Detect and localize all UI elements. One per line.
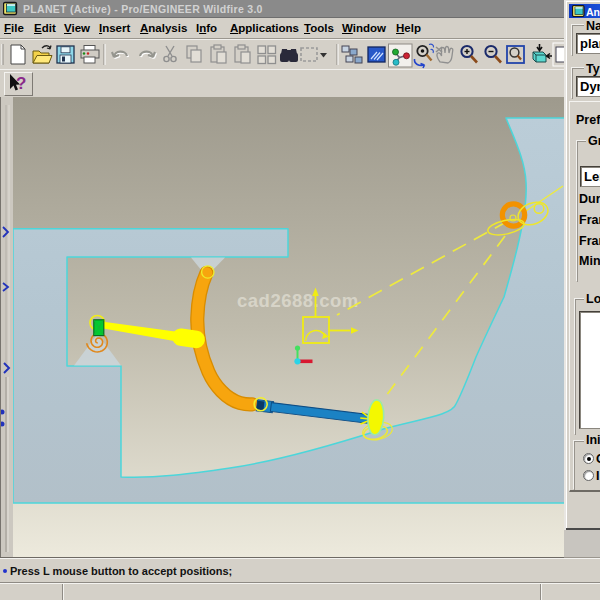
svg-text:cad2688.com: cad2688.com (237, 290, 359, 311)
svg-text:?: ? (16, 74, 26, 93)
